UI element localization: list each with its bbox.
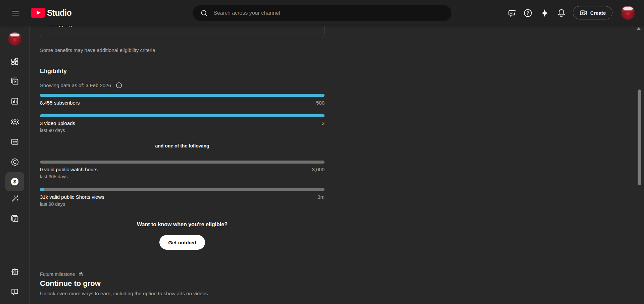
progress-track	[40, 114, 325, 117]
menu-icon[interactable]	[11, 8, 21, 18]
youtube-studio-logo[interactable]: Studio	[31, 8, 71, 18]
search-icon	[200, 9, 208, 17]
content-icon	[10, 77, 19, 85]
as-of-text: Showing data as of: 3 Feb 2026	[40, 82, 111, 88]
subtitles-icon	[10, 137, 19, 146]
future-milestone-title: Continue to grow	[40, 279, 325, 288]
create-button-label: Create	[590, 10, 606, 16]
left-navigation: $	[0, 26, 30, 304]
progress-track	[40, 161, 325, 164]
monetization-icon: $	[10, 177, 19, 186]
get-notified-button[interactable]: Get notified	[159, 235, 205, 250]
requirement-target: 3	[322, 120, 325, 126]
benefits-card-clipped: Shopping	[40, 26, 325, 38]
requirement-watch-hours: 0 valid public watch hours 3,000 last 36…	[40, 161, 325, 179]
search-input[interactable]	[213, 10, 415, 16]
sidebar-item-send-feedback[interactable]	[5, 283, 24, 301]
clipped-benefit-label: Shopping	[49, 26, 72, 27]
requirement-target: 3m	[317, 194, 325, 200]
progress-track	[40, 94, 325, 97]
create-video-icon	[580, 9, 588, 17]
requirement-sublabel: last 365 days	[40, 174, 325, 179]
requirement-label: 31k valid public Shorts views	[40, 194, 104, 200]
requirement-subscribers: 8,455 subscribers 500	[40, 94, 325, 106]
audio-library-icon	[10, 214, 19, 223]
progress-fill	[40, 188, 44, 191]
scrollbar-thumb[interactable]	[638, 89, 641, 185]
eligibility-title: Eligibility	[40, 68, 325, 75]
sidebar-item-subtitles[interactable]	[5, 132, 24, 151]
progress-track	[40, 188, 325, 191]
channel-avatar[interactable]	[8, 32, 21, 46]
send-feedback-icon	[10, 288, 19, 296]
requirement-label: 0 valid public watch hours	[40, 167, 98, 172]
future-milestone-description: Unlock even more ways to earn, including…	[40, 291, 325, 296]
youtube-play-icon	[31, 8, 45, 18]
requirement-sublabel: last 90 days	[40, 128, 325, 133]
lock-icon	[78, 271, 84, 277]
community-icon	[10, 117, 19, 126]
sparkle-icon[interactable]	[540, 8, 550, 18]
progress-fill	[40, 114, 325, 117]
sidebar-item-dashboard[interactable]	[5, 52, 24, 71]
requirement-shorts-views: 31k valid public Shorts views 3m last 90…	[40, 188, 325, 207]
scrollbar-up-arrow[interactable]	[637, 27, 641, 30]
requirement-video-uploads: 3 video uploads 3 last 90 days	[40, 114, 325, 133]
cta-question: Want to know when you're eligible?	[40, 222, 325, 228]
main-content: Shopping Some benefits may have addition…	[30, 26, 637, 304]
requirement-label: 8,455 subscribers	[40, 100, 80, 106]
customization-icon	[10, 194, 19, 203]
search-bar[interactable]	[193, 5, 451, 21]
create-button[interactable]: Create	[573, 6, 612, 19]
sidebar-item-copyright[interactable]	[5, 153, 24, 171]
sidebar-item-earn[interactable]: $	[5, 172, 24, 191]
sidebar-item-analytics[interactable]	[5, 92, 24, 111]
feedback-icon[interactable]	[507, 8, 517, 18]
separator-text: and one of the following	[40, 143, 325, 148]
requirement-target: 3,000	[312, 167, 325, 172]
info-icon[interactable]	[115, 82, 122, 89]
account-avatar[interactable]	[621, 6, 635, 20]
svg-text:?: ?	[527, 10, 530, 16]
svg-text:$: $	[13, 179, 16, 184]
top-app-bar: Studio ? Create	[0, 0, 644, 26]
sidebar-item-content[interactable]	[5, 72, 24, 90]
help-icon[interactable]: ?	[523, 8, 533, 18]
requirement-label: 3 video uploads	[40, 120, 75, 126]
sidebar-item-settings[interactable]	[5, 262, 24, 281]
progress-fill	[40, 94, 325, 97]
requirement-sublabel: last 90 days	[40, 201, 325, 207]
future-milestone-label: Future milestone	[40, 271, 75, 277]
notifications-icon[interactable]	[556, 8, 566, 18]
settings-icon	[10, 267, 19, 277]
sidebar-item-customization[interactable]	[5, 189, 24, 208]
dashboard-icon	[10, 57, 19, 66]
benefits-note: Some benefits may have additional eligib…	[40, 47, 325, 53]
requirement-target: 500	[316, 100, 325, 106]
sidebar-item-audio-library[interactable]	[5, 209, 24, 228]
studio-wordmark: Studio	[47, 8, 71, 18]
copyright-icon	[10, 158, 19, 167]
analytics-icon	[10, 97, 19, 106]
sidebar-item-community[interactable]	[5, 112, 24, 131]
